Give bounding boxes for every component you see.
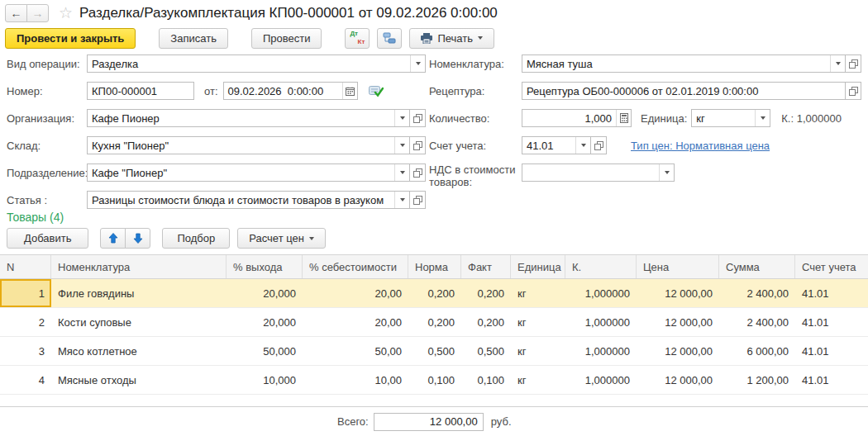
warehouse-field[interactable]: Кухня "Пионер" <box>87 136 410 154</box>
account-field[interactable]: 41.01 <box>522 136 591 154</box>
column-header[interactable]: Норма <box>408 255 461 278</box>
table-cell[interactable]: 20,00 <box>303 308 408 336</box>
price-type-link[interactable]: Тип цен: Нормативная цена <box>631 140 770 152</box>
table-cell[interactable]: 0,500 <box>461 337 511 365</box>
table-cell[interactable]: кг <box>511 337 565 365</box>
print-button[interactable]: Печать <box>409 28 494 49</box>
table-cell[interactable]: Филе говядины <box>51 279 227 307</box>
table-cell[interactable]: 1,000000 <box>565 279 637 307</box>
table-row[interactable]: 2Кости суповые20,00020,000,2000,200кг1,0… <box>0 308 868 337</box>
table-cell[interactable]: 4 <box>0 366 51 394</box>
move-row-down-button[interactable] <box>125 228 150 249</box>
table-cell[interactable]: 20,000 <box>227 308 303 336</box>
table-cell[interactable]: 41.01 <box>795 279 868 307</box>
article-open-icon[interactable] <box>409 191 426 209</box>
table-cell[interactable]: 0,200 <box>408 308 461 336</box>
show-postings-button[interactable]: ДтКт <box>345 28 370 49</box>
article-dropdown[interactable] <box>394 192 409 208</box>
table-cell[interactable]: 12 000,00 <box>637 366 719 394</box>
table-cell[interactable]: 0,200 <box>461 279 511 307</box>
table-cell[interactable]: кг <box>511 366 565 394</box>
table-cell[interactable]: 1,000000 <box>565 337 637 365</box>
table-cell[interactable]: 0,500 <box>408 337 461 365</box>
organization-open-icon[interactable] <box>409 109 426 127</box>
column-header[interactable]: Цена <box>637 255 719 278</box>
total-input[interactable] <box>374 413 484 431</box>
account-dropdown[interactable] <box>575 137 590 154</box>
table-cell[interactable]: 41.01 <box>795 337 868 365</box>
column-header[interactable]: Сумма <box>719 255 795 278</box>
table-row[interactable]: 3Мясо котлетное50,00050,000,5000,500кг1,… <box>0 337 868 366</box>
organization-field[interactable]: Кафе Пионер <box>87 109 410 127</box>
table-cell[interactable]: 50,000 <box>227 337 303 365</box>
table-cell[interactable]: 2 400,00 <box>719 279 795 307</box>
column-header[interactable]: % себестоимости <box>303 255 408 278</box>
document-structure-button[interactable] <box>377 28 402 49</box>
warehouse-dropdown[interactable] <box>394 137 409 154</box>
table-cell[interactable]: 2 <box>0 308 51 336</box>
department-field[interactable]: Кафе "Пионер" <box>87 164 410 182</box>
table-cell[interactable]: 1 <box>0 279 51 307</box>
post-button[interactable]: Провести <box>251 28 322 49</box>
nomenclature-open-icon[interactable] <box>845 54 861 73</box>
organization-dropdown[interactable] <box>394 110 409 126</box>
table-cell[interactable]: 0,100 <box>408 366 461 394</box>
table-cell[interactable]: 0,200 <box>461 308 511 336</box>
unit-dropdown[interactable] <box>755 110 770 126</box>
forward-button[interactable]: → <box>26 4 49 22</box>
column-header[interactable]: Счет учета <box>795 255 868 278</box>
table-cell[interactable]: Мясные отходы <box>51 366 227 394</box>
selection-button[interactable]: Подбор <box>162 228 230 249</box>
table-cell[interactable]: 1 200,00 <box>719 366 795 394</box>
vat-dropdown[interactable] <box>659 164 674 181</box>
operation-type-dropdown[interactable] <box>410 55 425 72</box>
table-cell[interactable]: кг <box>511 308 565 336</box>
column-header[interactable]: Единица <box>511 255 565 278</box>
table-cell[interactable]: 1,000000 <box>565 366 637 394</box>
department-dropdown[interactable] <box>394 164 409 181</box>
back-button[interactable]: ← <box>5 4 27 22</box>
column-header[interactable]: Факт <box>461 255 511 278</box>
table-cell[interactable]: 0,100 <box>461 366 511 394</box>
account-open-icon[interactable] <box>590 136 607 154</box>
table-cell[interactable]: Кости суповые <box>51 308 227 336</box>
table-cell[interactable]: 3 <box>0 337 51 365</box>
table-cell[interactable]: 12 000,00 <box>637 279 719 307</box>
recipe-field[interactable]: Рецептура ОБ00-000006 от 02.01.2019 0:00… <box>522 82 846 100</box>
table-cell[interactable]: 20,00 <box>303 279 408 307</box>
table-cell[interactable]: 10,00 <box>303 366 408 394</box>
table-cell[interactable]: 12 000,00 <box>637 308 719 336</box>
table-cell[interactable]: 50,00 <box>303 337 408 365</box>
table-cell[interactable]: 6 000,00 <box>719 337 795 365</box>
table-cell[interactable]: Мясо котлетное <box>51 337 227 365</box>
article-field[interactable]: Разницы стоимости блюда и стоимости това… <box>87 191 410 209</box>
department-open-icon[interactable] <box>409 164 426 182</box>
favorite-star-icon[interactable]: ☆ <box>59 5 73 21</box>
column-header[interactable]: % выхода <box>227 255 303 278</box>
table-cell[interactable]: 12 000,00 <box>637 337 719 365</box>
warehouse-open-icon[interactable] <box>409 136 426 154</box>
nomenclature-field[interactable]: Мясная туша <box>522 54 846 73</box>
save-button[interactable]: Записать <box>159 28 228 49</box>
column-header[interactable]: Номенклатура <box>51 255 227 278</box>
post-and-close-button[interactable]: Провести и закрыть <box>5 28 136 49</box>
column-header[interactable]: К. <box>565 255 637 278</box>
recipe-open-icon[interactable] <box>845 82 861 100</box>
table-cell[interactable]: 10,000 <box>227 366 303 394</box>
table-cell[interactable]: 2 400,00 <box>719 308 795 336</box>
table-cell[interactable]: 0,200 <box>408 279 461 307</box>
nomenclature-dropdown[interactable] <box>830 55 845 72</box>
table-cell[interactable]: кг <box>511 279 565 307</box>
operation-type-field[interactable]: Разделка <box>87 54 426 73</box>
table-cell[interactable]: 41.01 <box>795 366 868 394</box>
price-calc-button[interactable]: Расчет цен <box>237 228 326 249</box>
calculator-icon[interactable] <box>616 110 631 126</box>
vat-field[interactable] <box>522 164 675 182</box>
move-row-up-button[interactable] <box>100 228 126 249</box>
table-row[interactable]: 1Филе говядины20,00020,000,2000,200кг1,0… <box>0 279 868 308</box>
calendar-icon[interactable] <box>342 83 357 99</box>
unit-field[interactable]: кг <box>691 109 770 127</box>
number-field[interactable]: КП00-000001 <box>87 82 194 100</box>
column-header[interactable]: N <box>0 255 51 278</box>
table-cell[interactable]: 1,000000 <box>565 308 637 336</box>
